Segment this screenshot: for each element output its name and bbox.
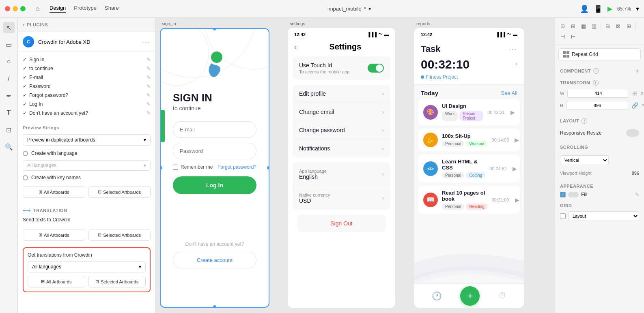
distribute-v-icon[interactable]: ⊢ xyxy=(568,32,578,41)
plugin-menu-icon[interactable]: ··· xyxy=(142,38,151,45)
tab-design[interactable]: Design xyxy=(50,5,66,13)
password-field[interactable] xyxy=(173,143,256,159)
minimize-button[interactable] xyxy=(13,6,18,11)
trans-selected-artboards-btn[interactable]: ⊡Selected Artboards xyxy=(88,229,151,241)
fill-checkbox[interactable]: ✓ xyxy=(560,192,566,197)
component-info-icon: i xyxy=(593,68,599,74)
plugin-collapse-icon[interactable]: ‹ xyxy=(23,22,24,28)
create-language-radio[interactable] xyxy=(23,151,28,156)
trans-all-artboards-btn[interactable]: ⊞All Artboards xyxy=(23,229,85,241)
email-field[interactable] xyxy=(173,121,256,138)
ellipse-tool[interactable]: ○ xyxy=(3,56,15,67)
line-tool[interactable]: / xyxy=(3,73,15,84)
settings-edit-profile[interactable]: Edit profile › xyxy=(293,85,390,103)
play-icon[interactable]: ▶ xyxy=(607,5,612,13)
device-icon[interactable]: 📱 xyxy=(594,4,603,13)
align-chart-icon[interactable]: ▦ xyxy=(579,21,588,31)
nav-fab-button[interactable]: + xyxy=(460,286,480,306)
align-center-h-icon[interactable]: ⊞ xyxy=(568,21,578,31)
task-tag-2-1: Coding xyxy=(466,172,485,178)
get-trans-lang-dropdown[interactable]: All languages ▾ xyxy=(28,261,146,272)
task-card-2[interactable]: </> Learn HTML & CSS Personal Coding 00:… xyxy=(418,154,520,182)
remember-me-checkbox[interactable] xyxy=(173,165,178,170)
edit-icon-0[interactable]: ✎ xyxy=(146,57,151,62)
zoom-level[interactable]: 65.7% xyxy=(617,6,631,12)
responsive-resize-toggle[interactable] xyxy=(626,129,639,137)
create-account-button[interactable]: Create account xyxy=(173,252,256,268)
zoom-dropdown-icon[interactable]: ▾ xyxy=(636,5,639,13)
all-artboards-btn[interactable]: ⊞All Artboards xyxy=(23,186,85,198)
close-button[interactable] xyxy=(5,6,10,11)
artboard-tool[interactable]: ⊡ xyxy=(3,124,15,135)
home-icon[interactable]: ⌂ xyxy=(35,4,40,13)
selected-artboards-btn[interactable]: ⊡Selected Artboards xyxy=(88,186,151,198)
lock-ratio-icon[interactable]: 🔗 xyxy=(631,102,638,109)
task-play-3[interactable]: ▶ xyxy=(515,197,519,203)
user-icon[interactable]: 👤 xyxy=(580,4,589,13)
repeat-grid-button[interactable]: Repeat Grid xyxy=(558,48,641,60)
edit-icon-2[interactable]: ✎ xyxy=(146,75,151,80)
distribute-h-icon[interactable]: ⊣ xyxy=(558,32,567,41)
grid-layout-select[interactable]: Layout xyxy=(568,211,639,221)
touch-id-toggle[interactable] xyxy=(368,64,384,73)
nav-clock-icon[interactable]: 🕐 xyxy=(432,291,442,301)
sign-out-button[interactable]: Sign Out xyxy=(297,214,386,232)
align-columns-icon[interactable]: ▥ xyxy=(589,21,599,31)
tab-share[interactable]: Share xyxy=(105,5,119,13)
align-middle-v-icon[interactable]: ⊠ xyxy=(613,21,623,31)
select-tool[interactable]: ↖ xyxy=(3,22,15,33)
reports-status-bar: 12:42 ▐▐▐ 〜 ▬ xyxy=(414,28,524,39)
get-trans-selected-btn[interactable]: ⊡Selected Artboards xyxy=(88,276,146,287)
width-input[interactable] xyxy=(567,89,629,98)
task-play-0[interactable]: ▶ xyxy=(510,109,515,116)
settings-touch-id-section: Use Touch Id To access the mobile app xyxy=(293,56,390,80)
search-tool[interactable]: 🔍 xyxy=(3,141,15,152)
settings-notifications[interactable]: Notifications › xyxy=(293,139,390,157)
nav-stats-icon[interactable]: ⏱ xyxy=(498,291,506,300)
get-trans-all-btn[interactable]: ⊞All Artboards xyxy=(28,276,85,287)
task-card-0[interactable]: 🎨 UI Design Work Rasion Project 00:42:21… xyxy=(418,99,520,125)
forgot-password-link[interactable]: Forgot password? xyxy=(218,164,256,170)
see-all-link[interactable]: See All xyxy=(501,90,517,96)
task-play-1[interactable]: ▶ xyxy=(515,137,519,143)
back-arrow-icon[interactable]: ‹ xyxy=(294,42,297,51)
text-tool[interactable]: T xyxy=(3,107,15,118)
task-play-2[interactable]: ▶ xyxy=(513,165,517,172)
link-icon[interactable]: ⊞ xyxy=(632,90,637,96)
task-card-1[interactable]: 💪 100x Sit-Up Personal Workout 00:14:06 … xyxy=(418,129,520,151)
native-currency-value: USD xyxy=(299,197,379,204)
signin-artboard[interactable]: SIGN IN to continue Remember me Forgot p… xyxy=(160,28,269,308)
height-input[interactable] xyxy=(566,101,628,110)
login-button[interactable]: Log In xyxy=(173,176,256,194)
dont-have-account: Don't have an account yet? xyxy=(173,241,256,247)
align-top-icon[interactable]: ⊟ xyxy=(603,21,612,31)
edit-icon-6[interactable]: ✎ xyxy=(146,110,151,116)
fill-edit-icon[interactable]: ✎ xyxy=(635,192,639,197)
task-menu-icon[interactable]: ··· xyxy=(509,45,517,54)
edit-icon-5[interactable]: ✎ xyxy=(146,101,151,107)
edit-icon-3[interactable]: ✎ xyxy=(146,84,151,89)
align-bottom-icon[interactable]: ⊞ xyxy=(624,21,633,31)
align-left-icon[interactable]: ⊡ xyxy=(558,21,567,31)
tab-prototype[interactable]: Prototype xyxy=(74,5,97,13)
settings-change-email[interactable]: Change email › xyxy=(293,103,390,121)
maximize-button[interactable] xyxy=(20,6,26,11)
doc-dropdown-icon[interactable]: ▾ xyxy=(368,6,371,12)
timer-arrow[interactable]: › xyxy=(515,60,517,67)
grid-checkbox[interactable] xyxy=(560,213,566,219)
scroll-direction-select[interactable]: Vertical Horizontal None xyxy=(560,155,609,165)
edit-icon-4[interactable]: ✎ xyxy=(146,92,151,98)
fill-toggle-switch[interactable] xyxy=(568,192,579,197)
task-card-3[interactable]: 📖 Read 10 pages of book Personal Reading… xyxy=(418,186,520,214)
settings-change-password[interactable]: Change password › xyxy=(293,121,390,139)
preview-dropdown[interactable]: Preview in duplicated artboards ▾ xyxy=(23,134,151,146)
edit-icon-1[interactable]: ✎ xyxy=(146,66,151,71)
all-languages-input[interactable]: All languages xyxy=(27,163,56,168)
doc-title-text: impact_mobile xyxy=(327,6,362,12)
right-panel: ⊡ ⊞ ▦ ▥ ⊟ ⊠ ⊞ ⊣ ⊢ Repeat Grid COMPONENT xyxy=(555,18,644,313)
pen-tool[interactable]: ✒ xyxy=(3,90,15,101)
timer-display: 00:32:10 xyxy=(421,58,470,71)
component-add-icon[interactable]: + xyxy=(635,68,639,74)
rect-tool[interactable]: ▭ xyxy=(3,39,15,50)
create-key-names-radio[interactable] xyxy=(23,175,28,180)
